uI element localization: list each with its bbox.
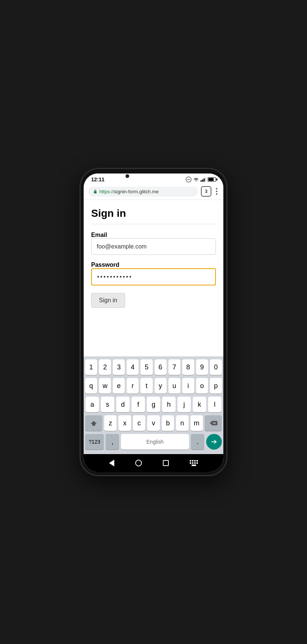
key-z[interactable]: z [104, 415, 117, 431]
bottom-nav-bar [84, 454, 223, 472]
nav-home-button[interactable] [135, 460, 142, 466]
camera-dot [125, 174, 129, 178]
lock-icon [93, 189, 97, 194]
keyboard-icon [190, 460, 198, 466]
email-input[interactable] [91, 238, 216, 255]
key-y[interactable]: y [155, 378, 167, 394]
key-6[interactable]: 6 [155, 359, 167, 375]
page-content: Sign in Email Password Sign in [84, 200, 223, 356]
password-input[interactable] [91, 268, 216, 285]
key-k[interactable]: k [193, 397, 206, 412]
key-a[interactable]: a [86, 397, 99, 412]
back-triangle-icon [109, 460, 114, 466]
key-i[interactable]: i [182, 378, 194, 394]
period-key[interactable]: . [191, 434, 204, 450]
menu-dot-3 [216, 193, 217, 195]
space-key[interactable]: English [121, 434, 189, 450]
wifi-icon [193, 177, 199, 182]
key-x[interactable]: x [118, 415, 131, 431]
password-label: Password [91, 262, 120, 268]
key-f[interactable]: f [131, 397, 145, 412]
tab-count-button[interactable]: 3 [201, 186, 211, 197]
divider [91, 224, 216, 224]
key-v[interactable]: v [147, 415, 159, 431]
https-text: https:// [99, 189, 114, 194]
key-s[interactable]: s [101, 397, 114, 412]
key-2[interactable]: 2 [99, 359, 111, 375]
menu-dot-2 [216, 191, 217, 192]
enter-key[interactable] [206, 434, 222, 450]
key-t[interactable]: t [140, 378, 152, 394]
svg-marker-3 [91, 421, 97, 426]
browser-chrome: https://signin-form.glitch.me 3 [84, 184, 223, 200]
battery-icon [208, 177, 216, 182]
email-label: Email [91, 232, 107, 238]
recents-square-icon [163, 460, 169, 466]
key-8[interactable]: 8 [182, 359, 194, 375]
address-bar[interactable]: https://signin-form.glitch.me [88, 187, 198, 197]
nav-recents-button[interactable] [163, 460, 169, 466]
keyboard: 1 2 3 4 5 6 7 8 9 0 q w e r t y u i [84, 356, 223, 454]
url-domain: signin-form.glitch.me [114, 189, 159, 194]
keyboard-row-numbers: 1 2 3 4 5 6 7 8 9 0 [85, 359, 222, 375]
phone-frame: 12:11 [81, 169, 226, 475]
menu-dot-1 [216, 188, 217, 190]
backspace-key[interactable] [205, 415, 222, 431]
key-m[interactable]: m [190, 415, 203, 431]
key-5[interactable]: 5 [140, 359, 152, 375]
key-d[interactable]: d [116, 397, 130, 412]
key-w[interactable]: w [99, 378, 111, 394]
key-c[interactable]: c [133, 415, 145, 431]
menu-button[interactable] [214, 187, 219, 196]
address-bar-row: https://signin-form.glitch.me 3 [88, 186, 219, 197]
num-sym-key[interactable]: ?123 [85, 434, 104, 450]
keyboard-row-qwerty: q w e r t y u i o p [85, 378, 222, 394]
signal-icon [201, 177, 206, 182]
key-u[interactable]: u [168, 378, 180, 394]
shift-icon [90, 420, 97, 426]
key-p[interactable]: p [210, 378, 222, 394]
svg-rect-2 [94, 191, 97, 193]
sign-in-button[interactable]: Sign in [91, 293, 125, 308]
nav-back-button[interactable] [109, 460, 114, 466]
key-r[interactable]: r [127, 378, 139, 394]
status-bar: 12:11 [84, 173, 223, 184]
key-o[interactable]: o [196, 378, 208, 394]
status-icons [186, 176, 216, 182]
key-4[interactable]: 4 [127, 359, 139, 375]
key-9[interactable]: 9 [196, 359, 208, 375]
key-3[interactable]: 3 [113, 359, 125, 375]
battery-fill [208, 178, 214, 181]
key-l[interactable]: l [208, 397, 221, 412]
dnd-icon [186, 176, 192, 182]
key-q[interactable]: q [85, 378, 97, 394]
enter-icon [210, 439, 218, 445]
key-0[interactable]: 0 [210, 359, 222, 375]
keyboard-row-asdf: a s d f g h j k l [85, 397, 222, 412]
key-n[interactable]: n [176, 415, 188, 431]
key-7[interactable]: 7 [168, 359, 180, 375]
address-text: https://signin-form.glitch.me [99, 189, 159, 194]
key-j[interactable]: j [177, 397, 191, 412]
keyboard-row-zxcv: z x c v b n m [85, 415, 222, 431]
page-title: Sign in [91, 207, 216, 219]
backspace-icon [209, 420, 217, 426]
keyboard-row-bottom: ?123 , English . [85, 434, 222, 450]
key-b[interactable]: b [162, 415, 174, 431]
status-time: 12:11 [91, 176, 105, 182]
key-h[interactable]: h [162, 397, 176, 412]
key-1[interactable]: 1 [85, 359, 97, 375]
tab-count: 3 [205, 189, 208, 194]
home-circle-icon [135, 460, 142, 466]
nav-keyboard-button[interactable] [190, 460, 198, 466]
shift-key[interactable] [85, 415, 102, 431]
key-g[interactable]: g [147, 397, 160, 412]
key-e[interactable]: e [113, 378, 125, 394]
phone-screen: 12:11 [84, 173, 223, 472]
comma-key[interactable]: , [106, 434, 119, 450]
